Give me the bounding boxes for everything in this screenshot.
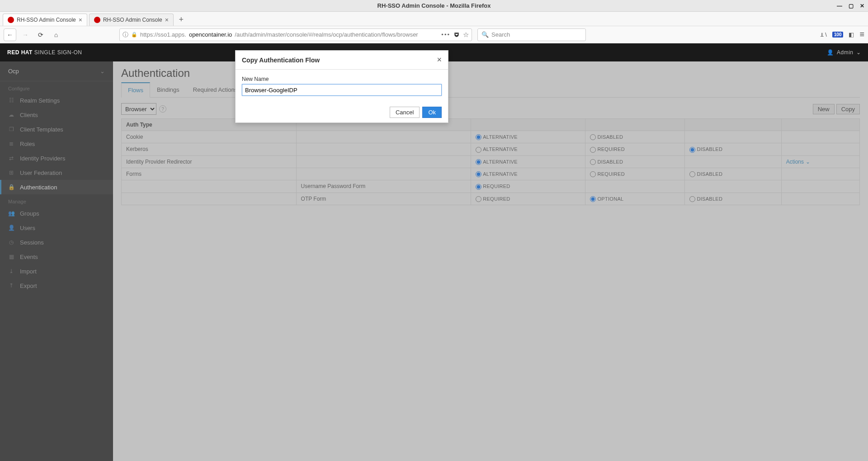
bookmark-star-icon[interactable]: ☆ bbox=[463, 31, 469, 39]
redhat-favicon-icon bbox=[94, 17, 100, 23]
browser-tab-label: RH-SSO Admin Console bbox=[103, 17, 162, 23]
tab-close-icon[interactable]: × bbox=[79, 16, 82, 24]
page-actions-icon[interactable]: ••• bbox=[441, 31, 450, 38]
tab-close-icon[interactable]: × bbox=[165, 16, 169, 24]
window-minimize-icon[interactable]: — bbox=[837, 3, 842, 9]
sidebar-icon[interactable]: ◧ bbox=[849, 31, 854, 38]
redhat-favicon-icon bbox=[8, 17, 14, 23]
chevron-down-icon: ⌄ bbox=[856, 49, 861, 56]
new-tab-button[interactable]: + bbox=[175, 14, 187, 26]
nav-forward-button[interactable]: → bbox=[19, 28, 32, 41]
new-name-input[interactable] bbox=[242, 84, 442, 96]
url-bar[interactable]: ⓘ 🔒 https://sso1.apps.opencontainer.io/a… bbox=[119, 28, 472, 41]
browser-toolbar: ← → ⟳ ⌂ ⓘ 🔒 https://sso1.apps.opencontai… bbox=[0, 26, 868, 43]
url-prefix: https://sso1.apps. bbox=[140, 31, 186, 38]
os-window-titlebar: RH-SSO Admin Console - Mozilla Firefox —… bbox=[0, 0, 868, 12]
browser-tabstrip: RH-SSO Admin Console × RH-SSO Admin Cons… bbox=[0, 12, 868, 26]
admin-user-menu[interactable]: 👤 Admin ⌄ bbox=[827, 49, 861, 56]
search-bar[interactable]: 🔍 Search bbox=[477, 28, 586, 41]
nav-home-button[interactable]: ⌂ bbox=[50, 28, 62, 41]
cancel-button[interactable]: Cancel bbox=[390, 107, 420, 118]
browser-tab-label: RH-SSO Admin Console bbox=[17, 17, 76, 23]
hamburger-menu-icon[interactable]: ≡ bbox=[859, 30, 864, 39]
user-icon: 👤 bbox=[827, 49, 834, 56]
copy-flow-modal: Copy Authentication Flow × New Name Canc… bbox=[235, 50, 448, 123]
lock-icon: 🔒 bbox=[131, 32, 137, 38]
browser-tab-inactive[interactable]: RH-SSO Admin Console × bbox=[89, 14, 174, 26]
modal-title: Copy Authentication Flow bbox=[242, 56, 320, 64]
nav-reload-button[interactable]: ⟳ bbox=[34, 28, 47, 41]
site-info-icon[interactable]: ⓘ bbox=[123, 31, 128, 39]
window-close-icon[interactable]: ✕ bbox=[860, 3, 864, 9]
brand-logo: RED HAT SINGLE SIGN-ON bbox=[7, 49, 82, 56]
search-icon: 🔍 bbox=[481, 31, 489, 38]
admin-label: Admin bbox=[837, 49, 854, 56]
library-icon[interactable]: ⫫\ bbox=[819, 31, 827, 38]
url-domain: opencontainer.io bbox=[189, 31, 232, 38]
tracker-badge[interactable]: 100 bbox=[832, 32, 844, 38]
window-maximize-icon[interactable]: ▢ bbox=[849, 3, 854, 9]
os-window-title: RH-SSO Admin Console - Mozilla Firefox bbox=[377, 2, 491, 9]
browser-tab-active[interactable]: RH-SSO Admin Console × bbox=[3, 14, 87, 26]
url-path: /auth/admin/master/console/#/realms/ocp/… bbox=[235, 31, 418, 38]
modal-field-label: New Name bbox=[242, 76, 442, 82]
nav-back-button[interactable]: ← bbox=[4, 28, 16, 41]
search-placeholder: Search bbox=[491, 31, 510, 38]
modal-close-icon[interactable]: × bbox=[437, 55, 442, 65]
ok-button[interactable]: Ok bbox=[422, 107, 442, 118]
pocket-icon[interactable] bbox=[453, 31, 460, 38]
modal-header: Copy Authentication Flow × bbox=[236, 51, 448, 70]
